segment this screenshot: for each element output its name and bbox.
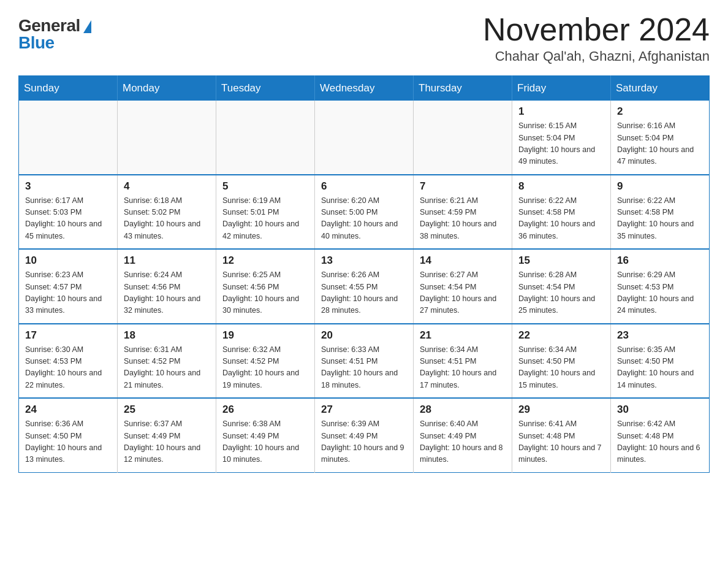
calendar-week-row: 17Sunrise: 6:30 AMSunset: 4:53 PMDayligh…	[19, 324, 710, 399]
day-number: 19	[222, 329, 308, 342]
day-number: 3	[25, 180, 111, 193]
calendar-cell: 12Sunrise: 6:25 AMSunset: 4:56 PMDayligh…	[216, 249, 315, 324]
weekday-header-monday: Monday	[118, 76, 216, 101]
calendar-cell	[414, 101, 512, 175]
day-number: 15	[518, 255, 604, 267]
day-number: 29	[518, 404, 604, 416]
day-info: Sunrise: 6:38 AMSunset: 4:49 PMDaylight:…	[222, 418, 308, 466]
calendar-cell: 28Sunrise: 6:40 AMSunset: 4:49 PMDayligh…	[414, 398, 512, 472]
day-info: Sunrise: 6:27 AMSunset: 4:54 PMDaylight:…	[420, 269, 506, 317]
day-number: 18	[124, 329, 210, 342]
day-info: Sunrise: 6:22 AMSunset: 4:58 PMDaylight:…	[617, 195, 703, 243]
calendar-table: SundayMondayTuesdayWednesdayThursdayFrid…	[18, 75, 710, 473]
calendar-cell: 8Sunrise: 6:22 AMSunset: 4:58 PMDaylight…	[512, 175, 611, 250]
weekday-header-wednesday: Wednesday	[315, 76, 414, 101]
day-info: Sunrise: 6:24 AMSunset: 4:56 PMDaylight:…	[124, 269, 210, 317]
calendar-cell: 27Sunrise: 6:39 AMSunset: 4:49 PMDayligh…	[315, 398, 414, 472]
weekday-header-saturday: Saturday	[611, 76, 710, 101]
calendar-cell: 6Sunrise: 6:20 AMSunset: 5:00 PMDaylight…	[315, 175, 414, 250]
calendar-cell: 30Sunrise: 6:42 AMSunset: 4:48 PMDayligh…	[611, 398, 710, 472]
logo: General Blue	[18, 17, 91, 52]
calendar-cell	[19, 101, 118, 175]
calendar-week-row: 3Sunrise: 6:17 AMSunset: 5:03 PMDaylight…	[19, 175, 710, 250]
calendar-cell: 14Sunrise: 6:27 AMSunset: 4:54 PMDayligh…	[414, 249, 512, 324]
calendar-cell: 4Sunrise: 6:18 AMSunset: 5:02 PMDaylight…	[118, 175, 216, 250]
logo-general-text: General	[18, 17, 80, 34]
day-info: Sunrise: 6:18 AMSunset: 5:02 PMDaylight:…	[124, 195, 210, 243]
calendar-cell: 3Sunrise: 6:17 AMSunset: 5:03 PMDaylight…	[19, 175, 118, 250]
calendar-cell: 26Sunrise: 6:38 AMSunset: 4:49 PMDayligh…	[216, 398, 315, 472]
day-number: 1	[518, 105, 604, 118]
day-number: 6	[321, 180, 407, 193]
calendar-cell: 5Sunrise: 6:19 AMSunset: 5:01 PMDaylight…	[216, 175, 315, 250]
day-info: Sunrise: 6:25 AMSunset: 4:56 PMDaylight:…	[222, 269, 308, 317]
day-info: Sunrise: 6:33 AMSunset: 4:51 PMDaylight:…	[321, 344, 407, 392]
day-number: 21	[420, 329, 506, 342]
day-number: 25	[124, 404, 210, 416]
calendar-cell: 15Sunrise: 6:28 AMSunset: 4:54 PMDayligh…	[512, 249, 611, 324]
day-info: Sunrise: 6:17 AMSunset: 5:03 PMDaylight:…	[25, 195, 111, 243]
day-info: Sunrise: 6:32 AMSunset: 4:52 PMDaylight:…	[222, 344, 308, 392]
day-number: 23	[617, 329, 703, 342]
day-number: 13	[321, 255, 407, 267]
day-info: Sunrise: 6:34 AMSunset: 4:51 PMDaylight:…	[420, 344, 506, 392]
day-info: Sunrise: 6:35 AMSunset: 4:50 PMDaylight:…	[617, 344, 703, 392]
weekday-header-thursday: Thursday	[414, 76, 512, 101]
calendar-cell: 13Sunrise: 6:26 AMSunset: 4:55 PMDayligh…	[315, 249, 414, 324]
calendar-cell: 23Sunrise: 6:35 AMSunset: 4:50 PMDayligh…	[611, 324, 710, 399]
day-info: Sunrise: 6:19 AMSunset: 5:01 PMDaylight:…	[222, 195, 308, 243]
calendar-cell: 19Sunrise: 6:32 AMSunset: 4:52 PMDayligh…	[216, 324, 315, 399]
day-info: Sunrise: 6:34 AMSunset: 4:50 PMDaylight:…	[518, 344, 604, 392]
calendar-cell	[315, 101, 414, 175]
day-info: Sunrise: 6:29 AMSunset: 4:53 PMDaylight:…	[617, 269, 703, 317]
calendar-cell: 24Sunrise: 6:36 AMSunset: 4:50 PMDayligh…	[19, 398, 118, 472]
day-info: Sunrise: 6:40 AMSunset: 4:49 PMDaylight:…	[420, 418, 506, 466]
day-info: Sunrise: 6:39 AMSunset: 4:49 PMDaylight:…	[321, 418, 407, 466]
day-info: Sunrise: 6:20 AMSunset: 5:00 PMDaylight:…	[321, 195, 407, 243]
month-year-title: November 2024	[483, 12, 710, 47]
day-number: 24	[25, 404, 111, 416]
weekday-header-sunday: Sunday	[19, 76, 118, 101]
calendar-cell: 20Sunrise: 6:33 AMSunset: 4:51 PMDayligh…	[315, 324, 414, 399]
day-number: 11	[124, 255, 210, 267]
calendar-week-row: 10Sunrise: 6:23 AMSunset: 4:57 PMDayligh…	[19, 249, 710, 324]
calendar-week-row: 1Sunrise: 6:15 AMSunset: 5:04 PMDaylight…	[19, 101, 710, 175]
day-number: 28	[420, 404, 506, 416]
day-info: Sunrise: 6:22 AMSunset: 4:58 PMDaylight:…	[518, 195, 604, 243]
calendar-cell: 25Sunrise: 6:37 AMSunset: 4:49 PMDayligh…	[118, 398, 216, 472]
calendar-cell: 29Sunrise: 6:41 AMSunset: 4:48 PMDayligh…	[512, 398, 611, 472]
day-number: 9	[617, 180, 703, 193]
day-info: Sunrise: 6:26 AMSunset: 4:55 PMDaylight:…	[321, 269, 407, 317]
day-number: 27	[321, 404, 407, 416]
day-info: Sunrise: 6:15 AMSunset: 5:04 PMDaylight:…	[518, 120, 604, 168]
day-info: Sunrise: 6:28 AMSunset: 4:54 PMDaylight:…	[518, 269, 604, 317]
calendar-cell	[216, 101, 315, 175]
calendar-cell: 21Sunrise: 6:34 AMSunset: 4:51 PMDayligh…	[414, 324, 512, 399]
day-info: Sunrise: 6:21 AMSunset: 4:59 PMDaylight:…	[420, 195, 506, 243]
day-info: Sunrise: 6:30 AMSunset: 4:53 PMDaylight:…	[25, 344, 111, 392]
day-number: 30	[617, 404, 703, 416]
day-number: 8	[518, 180, 604, 193]
day-info: Sunrise: 6:36 AMSunset: 4:50 PMDaylight:…	[25, 418, 111, 466]
day-number: 10	[25, 255, 111, 267]
page-header: General Blue November 2024 Chahar Qal'ah…	[18, 12, 710, 64]
day-info: Sunrise: 6:42 AMSunset: 4:48 PMDaylight:…	[617, 418, 703, 466]
day-number: 16	[617, 255, 703, 267]
day-number: 26	[222, 404, 308, 416]
weekday-header-friday: Friday	[512, 76, 611, 101]
day-info: Sunrise: 6:23 AMSunset: 4:57 PMDaylight:…	[25, 269, 111, 317]
day-number: 12	[222, 255, 308, 267]
calendar-cell: 1Sunrise: 6:15 AMSunset: 5:04 PMDaylight…	[512, 101, 611, 175]
day-number: 22	[518, 329, 604, 342]
location-text: Chahar Qal'ah, Ghazni, Afghanistan	[483, 48, 710, 64]
calendar-cell: 10Sunrise: 6:23 AMSunset: 4:57 PMDayligh…	[19, 249, 118, 324]
calendar-cell: 11Sunrise: 6:24 AMSunset: 4:56 PMDayligh…	[118, 249, 216, 324]
weekday-header-tuesday: Tuesday	[216, 76, 315, 101]
day-number: 17	[25, 329, 111, 342]
day-number: 14	[420, 255, 506, 267]
calendar-cell: 17Sunrise: 6:30 AMSunset: 4:53 PMDayligh…	[19, 324, 118, 399]
header-right: November 2024 Chahar Qal'ah, Ghazni, Afg…	[483, 12, 710, 64]
logo-blue-text: Blue	[18, 34, 55, 52]
weekday-header-row: SundayMondayTuesdayWednesdayThursdayFrid…	[19, 76, 710, 101]
day-number: 7	[420, 180, 506, 193]
